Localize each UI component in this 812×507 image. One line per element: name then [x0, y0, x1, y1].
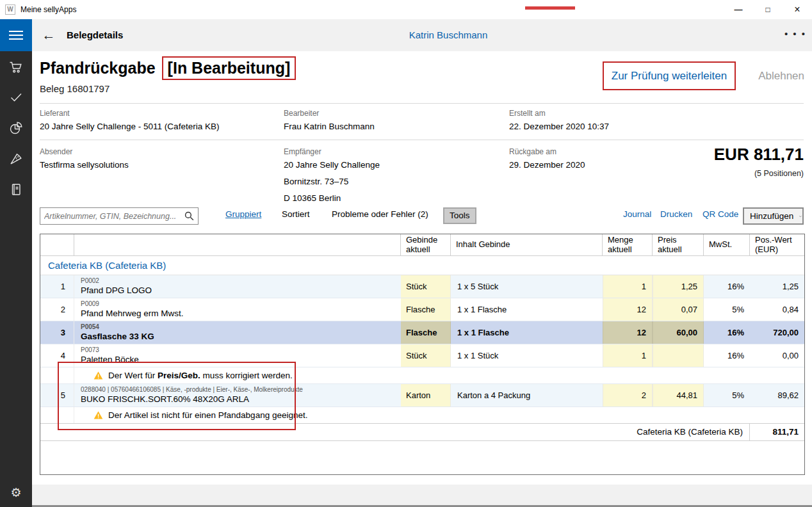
tab-sortiert[interactable]: Sortiert: [282, 209, 310, 219]
pie-chart-icon[interactable]: [8, 120, 24, 136]
app-icon: W: [5, 4, 15, 15]
divider: [40, 103, 804, 104]
table-row[interactable]: 1 P0002 Pfand DPG LOGO Stück 1 x 5 Stück…: [40, 275, 804, 298]
header-preis[interactable]: Preis aktuell: [653, 234, 704, 256]
preis-cell[interactable]: [653, 344, 704, 367]
header-gebinde[interactable]: Gebinde aktuell: [401, 234, 451, 256]
warning-spacer: [40, 407, 74, 423]
journal-link[interactable]: Journal: [623, 209, 651, 219]
recipient-label: Empfänger: [284, 147, 321, 156]
header-wert[interactable]: Pos.-Wert (EUR): [750, 234, 804, 256]
editor-value: Frau Katrin Buschmann: [284, 122, 375, 131]
gebinde-cell[interactable]: Karton: [401, 384, 451, 406]
menge-cell[interactable]: 1: [603, 275, 653, 298]
table-row-selected[interactable]: 3 P0054 Gasflasche 33 KG Flasche 1 x 1 F…: [40, 321, 804, 344]
document-title: Pfandrückgabe: [40, 59, 156, 77]
mwst-cell: 16%: [704, 321, 750, 344]
maximize-button[interactable]: □: [753, 0, 783, 19]
row-number: 5: [40, 384, 74, 406]
editor-label: Bearbeiter: [284, 109, 319, 118]
table-row[interactable]: 5 0288040 | 05760466106085 | Käse, -prod…: [40, 384, 804, 407]
header-mwst[interactable]: MwSt.: [704, 234, 750, 256]
article-cell: P0073 Paletten Böcke: [74, 344, 401, 367]
article-name: BUKO FRISCHK.SORT.60% 48X20G ARLA: [81, 394, 249, 405]
search-box: [40, 207, 199, 225]
created-value: 22. Dezember 2020 10:37: [509, 122, 609, 131]
hamburger-menu-icon[interactable]: [0, 19, 32, 51]
nav-sidebar: ⚙: [0, 51, 32, 507]
forward-for-review-button[interactable]: Zur Prüfung weiterleiten: [612, 70, 727, 83]
document-number: Beleg 16801797: [40, 83, 110, 94]
positions-table: Gebinde aktuell Inhalt Gebinde Menge akt…: [40, 234, 805, 475]
positions-count: (5 Positionen): [612, 169, 804, 178]
article-code: 0288040 | 05760466106085 | Käse, -produk…: [81, 386, 303, 394]
search-icon[interactable]: [183, 210, 195, 222]
gebinde-cell[interactable]: Flasche: [401, 321, 451, 344]
wert-cell: 0,00: [750, 344, 804, 367]
warning-row: Der Artikel ist nicht für einen Pfandabg…: [40, 407, 804, 424]
tools-button[interactable]: Tools: [443, 207, 476, 224]
group-header: Cafeteria KB (Cafeteria KB): [40, 256, 804, 275]
menge-cell[interactable]: 12: [603, 298, 653, 321]
warning-row: Der Wert für Preis/Geb. muss korrigiert …: [40, 367, 804, 384]
close-button[interactable]: ×: [783, 0, 812, 19]
gebinde-cell[interactable]: Stück: [401, 344, 451, 367]
preis-cell[interactable]: 1,25: [653, 275, 704, 298]
page-title: Belegdetails: [67, 19, 123, 51]
inhalt-cell: 1 x 1 Flasche: [451, 321, 603, 344]
preis-cell[interactable]: 44,81: [653, 384, 704, 406]
article-code: P0054: [81, 323, 99, 331]
tab-probleme-oder-fehler[interactable]: Probleme oder Fehler (2): [332, 209, 428, 219]
footer-strip: [32, 485, 812, 507]
sender-value: Testfirma sellysolutions: [40, 160, 129, 170]
sender-label: Absender: [40, 147, 72, 156]
recipient-line1: 20 Jahre Selly Challenge: [284, 160, 380, 170]
gebinde-cell[interactable]: Stück: [401, 275, 451, 298]
warning-icon: [93, 371, 103, 380]
qr-code-link[interactable]: QR Code: [702, 209, 738, 219]
minimize-button[interactable]: —: [724, 0, 753, 19]
more-options-icon[interactable]: • • •: [784, 19, 807, 51]
app-header: ← Belegdetails Katrin Buschmann • • •: [0, 19, 812, 51]
book-icon[interactable]: [8, 182, 24, 197]
wert-cell: 0,84: [750, 298, 804, 321]
add-dropdown-label: Hinzufügen: [750, 211, 793, 221]
menge-cell[interactable]: 1: [603, 344, 653, 367]
cart-icon[interactable]: [8, 60, 24, 75]
table-header-row: Gebinde aktuell Inhalt Gebinde Menge akt…: [40, 234, 804, 256]
pizza-icon[interactable]: [8, 151, 24, 166]
gear-icon[interactable]: ⚙: [0, 485, 32, 499]
back-arrow-icon[interactable]: ←: [40, 26, 58, 45]
menge-cell[interactable]: 2: [603, 384, 653, 406]
preis-cell[interactable]: 60,00: [653, 321, 704, 344]
table-row[interactable]: 4 P0073 Paletten Böcke Stück 1 x 1 Stück…: [40, 344, 804, 367]
search-input[interactable]: [44, 209, 179, 223]
wert-cell: 720,00: [750, 321, 804, 344]
menge-cell[interactable]: 12: [603, 321, 653, 344]
chevron-down-icon: [799, 213, 802, 220]
mwst-cell: 5%: [704, 384, 750, 406]
divider: [40, 140, 804, 140]
check-icon[interactable]: [8, 90, 24, 105]
print-link[interactable]: Drucken: [660, 209, 692, 219]
inhalt-cell: 1 x 1 Flasche: [451, 298, 603, 321]
header-menge[interactable]: Menge aktuell: [603, 234, 653, 256]
recipient-line3: D 10365 Berlin: [284, 193, 341, 203]
gebinde-cell[interactable]: Flasche: [401, 298, 451, 321]
add-dropdown-button[interactable]: Hinzufügen: [743, 207, 804, 225]
article-name: Paletten Böcke: [81, 354, 139, 365]
table-row[interactable]: 2 P0009 Pfand Mehrweg erm Mwst. Flasche …: [40, 298, 804, 321]
reject-button[interactable]: Ablehnen: [749, 61, 804, 90]
tab-gruppiert[interactable]: Gruppiert: [225, 209, 261, 219]
app-window: W Meine sellyApps — □ × ← Belegdetails K…: [0, 0, 812, 507]
header-inhalt[interactable]: Inhalt Gebinde: [451, 234, 603, 256]
article-code: P0002: [81, 277, 99, 285]
row-number: 3: [40, 321, 74, 344]
article-cell: 0288040 | 05760466106085 | Käse, -produk…: [74, 384, 401, 406]
preis-cell[interactable]: 0,07: [653, 298, 704, 321]
window-title: Meine sellyApps: [20, 0, 76, 19]
supplier-value: 20 Jahre Selly Challenge - 5011 (Cafeter…: [40, 122, 219, 131]
mwst-cell: 16%: [704, 275, 750, 298]
user-name-link[interactable]: Katrin Buschmann: [378, 19, 519, 51]
article-name: Pfand DPG LOGO: [81, 285, 152, 296]
